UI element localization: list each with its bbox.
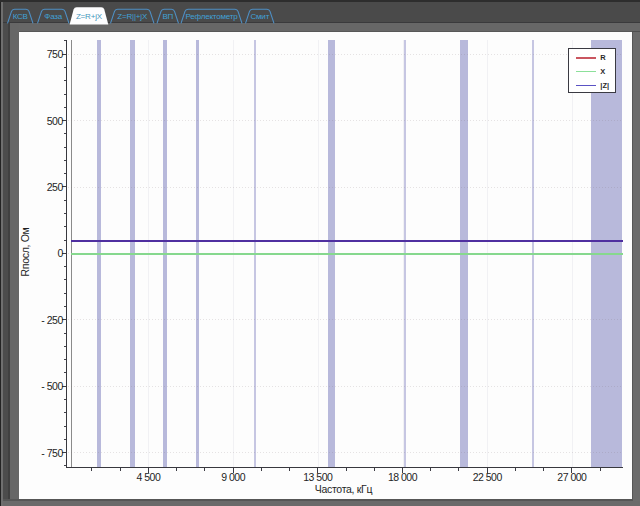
svg-text:КСВ: КСВ [13, 12, 28, 21]
svg-text:Z=R+jX: Z=R+jX [76, 12, 103, 21]
svg-text:Рефлектометр: Рефлектометр [186, 12, 239, 21]
svg-text:ВП: ВП [162, 12, 173, 21]
svg-text:Смит: Смит [250, 12, 269, 21]
svg-text:Фаза: Фаза [44, 12, 63, 21]
svg-text:Z=R||+jX: Z=R||+jX [117, 12, 148, 21]
